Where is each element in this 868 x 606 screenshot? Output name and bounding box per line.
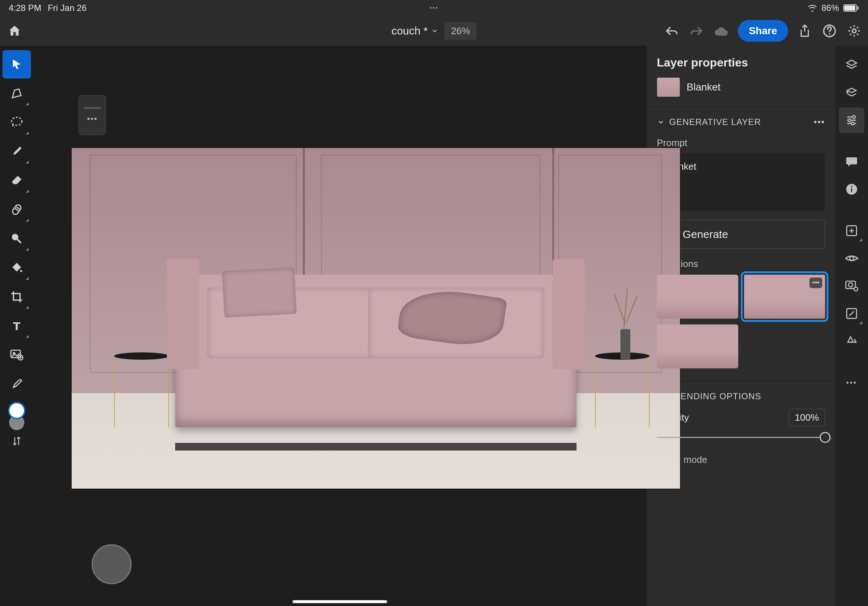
layer-name[interactable]: Blanket [687,81,721,93]
couch [175,298,577,427]
eraser-tool[interactable] [3,166,31,195]
svg-rect-1 [845,5,855,11]
select-tool[interactable] [3,50,31,79]
status-date: Fri Jan 26 [48,3,87,13]
more-icon[interactable]: ••• [87,114,98,124]
foreground-color[interactable] [8,402,25,419]
section-label: BLENDING OPTIONS [669,391,761,402]
multitask-dots-icon[interactable]: ••• [429,5,439,12]
layers-icon[interactable] [839,52,864,78]
export-button[interactable] [797,23,813,39]
transform-tool[interactable] [3,79,31,108]
side-table-left [114,352,169,427]
prompt-input[interactable]: Blanket [657,153,825,211]
add-layer-icon[interactable] [839,218,864,243]
variation-thumb-2[interactable]: ••• [744,275,826,318]
svg-point-21 [848,283,853,287]
svg-point-4 [852,29,856,33]
color-swatches[interactable] [8,402,25,447]
variation-thumb-3[interactable] [657,325,738,368]
section-label: GENERATIVE LAYER [669,117,761,127]
generative-layer-section[interactable]: GENERATIVE LAYER ••• [646,113,835,131]
healing-brush-tool[interactable] [3,195,31,224]
crop-tool[interactable] [3,283,31,311]
document-title-text: couch * [392,25,428,37]
chevron-down-icon [657,118,665,126]
redo-button[interactable] [688,23,704,39]
panel-title: Layer properties [646,56,835,77]
home-button[interactable] [6,22,23,40]
share-button[interactable]: Share [738,20,788,42]
settings-button[interactable] [846,23,862,39]
status-bar: 4:28 PM Fri Jan 26 ••• 86% [0,0,868,16]
status-time: 4:28 PM [9,3,41,13]
svg-point-14 [851,122,854,125]
right-rail: ••• [835,46,868,606]
svg-point-22 [854,288,858,291]
generate-button[interactable]: Generate [657,220,825,249]
wifi-icon [808,5,817,12]
layer-properties-panel: Layer properties Blanket GENERATIVE LAYE… [646,46,835,606]
smudge-tool[interactable] [3,224,31,253]
opacity-slider[interactable] [657,433,825,442]
svg-point-17 [851,186,852,187]
layer-thumbnail[interactable] [657,77,680,97]
more-icon[interactable]: ••• [814,117,825,127]
adjust-icon[interactable] [839,301,864,326]
opacity-value[interactable]: 100% [789,409,826,427]
svg-point-12 [852,116,855,118]
touch-shortcut[interactable] [91,544,132,584]
eyedropper-tool[interactable] [3,370,31,398]
top-toolbar: couch * 26% Share [0,16,868,46]
svg-rect-16 [851,188,852,192]
svg-point-13 [848,119,851,122]
help-button[interactable] [822,23,837,39]
tool-rail [0,46,33,606]
svg-rect-2 [857,6,859,9]
svg-point-19 [850,257,854,260]
swap-colors-icon[interactable] [11,435,23,447]
visibility-icon[interactable] [839,246,864,271]
generate-label: Generate [683,228,728,241]
effects-icon[interactable] [839,328,864,354]
comments-icon[interactable] [839,149,864,175]
variation-thumb-1[interactable] [657,275,738,318]
lasso-tool[interactable] [3,108,31,137]
text-tool[interactable] [3,312,31,340]
properties-icon[interactable] [839,108,864,133]
cloud-sync-icon[interactable] [713,23,729,39]
battery-percent: 86% [822,3,839,13]
svg-point-5 [12,117,22,125]
more-icon[interactable]: ••• [809,278,822,288]
info-icon[interactable] [839,176,864,202]
tool-options-panel[interactable]: ••• [79,95,106,135]
more-icon[interactable]: ••• [839,370,864,395]
layer-stack-icon[interactable] [839,80,864,105]
brush-tool[interactable] [3,137,31,166]
undo-button[interactable] [664,23,680,39]
canvas-image[interactable] [71,147,680,489]
plant [595,284,656,359]
side-table-right [595,352,650,427]
place-image-tool[interactable] [3,341,31,369]
zoom-level[interactable]: 26% [445,23,476,40]
fill-tool[interactable] [3,254,31,282]
battery-icon [843,4,859,12]
mask-icon[interactable] [839,273,864,298]
chevron-down-icon [431,27,439,35]
canvas-area[interactable]: ••• [33,46,646,606]
home-indicator[interactable] [293,600,387,603]
drag-handle-icon[interactable] [84,107,101,109]
document-title[interactable]: couch * [392,25,439,37]
